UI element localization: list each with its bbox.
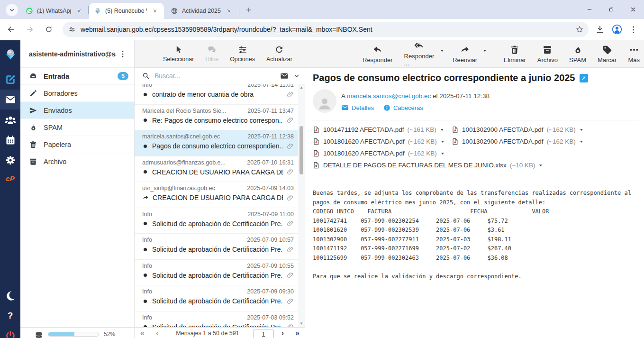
reload-button[interactable] (41, 21, 57, 37)
tab-search-button[interactable] (6, 4, 18, 16)
message-row[interactable]: Info2025-07-09 09:30 Solicitud de aproba… (135, 285, 299, 311)
reply-all-button[interactable]: Responder ... (400, 39, 439, 68)
threads-button[interactable]: Hilos (201, 43, 222, 64)
cpanel-logo: cP (6, 174, 14, 183)
rail-logout[interactable] (0, 326, 20, 338)
attachment-menu-caret-icon[interactable] (579, 128, 584, 132)
forward-button[interactable] (22, 21, 38, 37)
search-input[interactable] (154, 72, 275, 80)
profile-icon[interactable] (611, 24, 623, 35)
folder-entrada[interactable]: Entrada 5 (20, 68, 134, 85)
rail-calendar[interactable] (0, 130, 20, 150)
attachment-name[interactable]: 1001302900 AFECTADA.pdf (462, 138, 544, 145)
message-row[interactable]: Info2025-07-03 09:52 Solicitud de aproba… (135, 311, 299, 328)
minimize-button[interactable] (579, 0, 600, 19)
message-row[interactable]: Info2025-07-09 10:57 Solicitud de aproba… (135, 234, 299, 260)
attachment-menu-caret-icon[interactable] (440, 151, 445, 156)
attachment[interactable]: 1001302900 AFECTADA.pdf (~162 KB) (452, 138, 639, 145)
attachment-menu-caret-icon[interactable] (440, 128, 444, 132)
close-window-button[interactable] (622, 0, 644, 19)
search-scope-mail-icon[interactable] (280, 72, 289, 80)
attachment-menu-caret-icon[interactable] (579, 139, 584, 144)
prev-page-button[interactable]: ‹ (150, 329, 164, 338)
message-row[interactable]: Info2025-07-14 11:01 contrato de menor c… (135, 84, 299, 105)
scroll-up-arrow[interactable]: ▲ (298, 84, 305, 91)
message-row[interactable]: admusuarios@finanzas.gob.e...2025-07-10 … (135, 156, 299, 183)
last-page-button[interactable]: » (290, 329, 305, 338)
pdf-file-icon (313, 150, 320, 157)
rail-help[interactable]: ? (0, 306, 20, 326)
page-number-input[interactable] (253, 329, 274, 338)
site-settings-icon[interactable] (68, 26, 76, 33)
rail-mail[interactable] (0, 90, 20, 110)
attachment-menu-caret-icon[interactable] (440, 139, 445, 144)
archive-button[interactable]: Archivo (533, 43, 562, 65)
downloads-icon[interactable] (595, 25, 605, 34)
tab-whatsapp[interactable]: (1) WhatsApp (21, 3, 88, 19)
mark-button[interactable]: Marcar (593, 43, 621, 65)
tab-actividad[interactable]: Actividad 2025-07-10 08:00:00 (166, 3, 238, 19)
rail-settings[interactable] (0, 150, 20, 170)
message-row[interactable]: Maricela del Rocio Santos Sie...2025-07-… (135, 105, 299, 131)
attachment-name[interactable]: 1001801620 AFECTADA.pdf (323, 138, 405, 145)
scrollbar-thumb[interactable] (299, 126, 303, 174)
rail-darkmode[interactable] (0, 286, 20, 306)
forward-button[interactable]: Reenviar (448, 43, 481, 65)
rail-contacts[interactable] (0, 110, 20, 130)
compose-icon (4, 73, 17, 86)
open-in-new-window-button[interactable] (580, 74, 588, 82)
next-page-button[interactable]: › (276, 329, 290, 338)
attachment-name[interactable]: 1001801620 AFECTADA.pdf (323, 150, 405, 157)
spam-button[interactable]: SPAM (565, 43, 590, 65)
folder-spam[interactable]: SPAM (20, 119, 134, 136)
account-menu-icon[interactable]: ⋮ (116, 49, 129, 58)
browser-menu-icon[interactable]: ⋮ (629, 25, 637, 35)
scroll-down-arrow[interactable]: ▼ (298, 320, 305, 327)
message-row[interactable]: Info2025-07-09 10:55 Solicitud de aproba… (135, 260, 299, 286)
attachment[interactable]: 1001302900 AFECTADA.pdf (~162 KB) (452, 126, 639, 133)
folder-enviados[interactable]: Enviados (20, 102, 134, 119)
options-button[interactable]: Opciones (226, 43, 259, 64)
tab-close-button[interactable] (75, 7, 83, 15)
details-toggle[interactable]: Detalles (341, 104, 374, 111)
message-row-selected[interactable]: maricela.santos@cnel.gob.ec2025-07-11 12… (135, 130, 299, 156)
refresh-button[interactable]: Actualizar (263, 43, 296, 64)
folder-archivo[interactable]: Archivo (20, 153, 134, 170)
attachment-menu-caret-icon[interactable] (538, 163, 543, 168)
attachment[interactable]: 1001801620 AFECTADA.pdf (~162 KB) (313, 138, 452, 145)
first-page-button[interactable]: « (135, 329, 150, 338)
headers-toggle[interactable]: Cabeceras (383, 104, 423, 111)
rail-cpanel[interactable]: cP (0, 168, 20, 188)
folder-papelera[interactable]: Papelera (20, 136, 134, 153)
address-bar[interactable]: webmail.sanjuan.gob.ec/cpsess1535909589/… (63, 22, 589, 37)
url-text[interactable]: webmail.sanjuan.gob.ec/cpsess1535909589/… (81, 26, 575, 33)
reply-all-caret-icon[interactable] (440, 48, 444, 53)
message-row[interactable]: Info2025-07-09 11:00 Solicitud de aproba… (135, 208, 299, 234)
more-button[interactable]: Más (624, 43, 644, 65)
pagination-text: Mensajes 1 a 50 de 591 (164, 329, 251, 337)
folder-borradores[interactable]: Borradores (20, 85, 134, 102)
restore-button[interactable] (600, 0, 622, 19)
attachment-name[interactable]: 1001302900 AFECTADA.pdf (462, 126, 544, 133)
attachment-name[interactable]: DETALLE DE PAGOS DE FACTURAS DEL MES DE … (323, 162, 507, 169)
select-button[interactable]: Seleccionar (159, 43, 198, 64)
new-tab-button[interactable] (244, 5, 254, 15)
attachment-name[interactable]: 1001471192 AFECTADA.pdf (323, 126, 404, 133)
attachment[interactable]: 1001471192 AFECTADA.pdf (~161 KB) (313, 126, 452, 133)
search-options-chevron-icon[interactable] (293, 73, 300, 79)
delete-button[interactable]: Eliminar (499, 43, 530, 65)
message-row[interactable]: usr_sinfip@finanzas.gob.ec2025-07-09 14:… (135, 182, 299, 208)
send-icon (29, 106, 37, 115)
tab-close-button[interactable] (225, 7, 233, 15)
back-button[interactable] (3, 21, 19, 37)
list-scrollbar[interactable]: ▲ ▼ (298, 84, 305, 327)
rail-compose[interactable] (0, 70, 20, 90)
tab-close-button[interactable] (151, 7, 159, 15)
attachment[interactable]: DETALLE DE PAGOS DE FACTURAS DEL MES DE … (313, 162, 639, 169)
tab-roundcube-active[interactable]: (5) Roundcube Webmail :: Envia (89, 3, 164, 19)
forward-caret-icon[interactable] (482, 48, 487, 53)
reply-button[interactable]: Responder (358, 43, 397, 65)
recipient-email-link[interactable]: maricela.santos@cnel.gob.ec (347, 92, 431, 100)
attachment[interactable]: 1001801620 AFECTADA.pdf (~162 KB) (313, 150, 639, 157)
bookmark-star-icon[interactable] (575, 25, 584, 34)
